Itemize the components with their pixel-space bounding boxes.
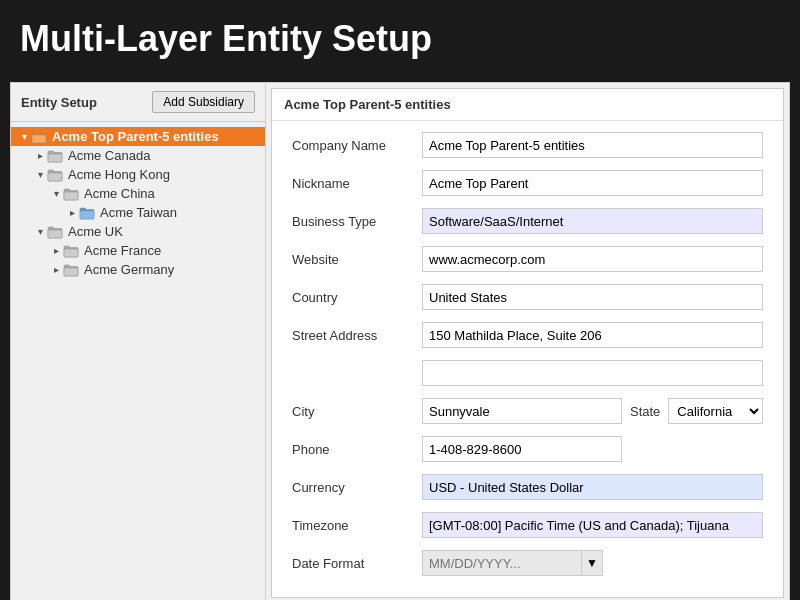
sidebar: Entity Setup Add Subsidiary ▾ Acme Top P… — [11, 83, 266, 600]
tree-item-acme-france[interactable]: ▸ Acme France — [11, 241, 265, 260]
tree-expand-icon[interactable]: ▸ — [49, 264, 63, 275]
nickname-row: Nickname — [292, 169, 763, 197]
currency-label: Currency — [292, 480, 422, 495]
city-state-group: State California — [422, 398, 763, 424]
folder-icon — [31, 130, 49, 144]
tree-label: Acme France — [84, 243, 161, 258]
country-label: Country — [292, 290, 422, 305]
tree-expand-icon[interactable]: ▸ — [49, 245, 63, 256]
tree-item-acme-uk[interactable]: ▾ Acme UK — [11, 222, 265, 241]
tree-expand-icon[interactable]: ▸ — [65, 207, 79, 218]
form-body: Company Name Nickname Business Type Webs… — [272, 121, 783, 597]
main-container: Entity Setup Add Subsidiary ▾ Acme Top P… — [10, 82, 790, 600]
sidebar-section-label: Entity Setup — [21, 95, 97, 110]
street-address-label: Street Address — [292, 328, 422, 343]
tree-expand-icon[interactable]: ▾ — [17, 131, 31, 142]
business-type-label: Business Type — [292, 214, 422, 229]
date-format-row: Date Format ▼ — [292, 549, 763, 577]
phone-input[interactable] — [422, 436, 622, 462]
tree-label: Acme Top Parent-5 entities — [52, 129, 219, 144]
state-label: State — [622, 404, 668, 419]
timezone-label: Timezone — [292, 518, 422, 533]
tree-label: Acme Canada — [68, 148, 150, 163]
state-select[interactable]: California — [668, 398, 763, 424]
street-address-input2[interactable] — [422, 360, 763, 386]
tree-item-acme-hong-kong[interactable]: ▾ Acme Hong Kong — [11, 165, 265, 184]
folder-icon — [63, 187, 81, 201]
sidebar-header: Entity Setup Add Subsidiary — [11, 83, 265, 122]
tree-expand-icon[interactable]: ▾ — [33, 169, 47, 180]
tree-label: Acme China — [84, 186, 155, 201]
tree-label: Acme Germany — [84, 262, 174, 277]
website-row: Website — [292, 245, 763, 273]
website-label: Website — [292, 252, 422, 267]
country-row: Country — [292, 283, 763, 311]
company-name-row: Company Name — [292, 131, 763, 159]
phone-label: Phone — [292, 442, 422, 457]
date-format-label: Date Format — [292, 556, 422, 571]
tree-item-acme-germany[interactable]: ▸ Acme Germany — [11, 260, 265, 279]
street-address-row2 — [292, 359, 763, 387]
website-input[interactable] — [422, 246, 763, 272]
company-name-input[interactable] — [422, 132, 763, 158]
entity-tree: ▾ Acme Top Parent-5 entities▸ Acme Canad… — [11, 122, 265, 284]
folder-icon — [63, 263, 81, 277]
tree-expand-icon[interactable]: ▸ — [33, 150, 47, 161]
phone-row: Phone — [292, 435, 763, 463]
page-title: Multi-Layer Entity Setup — [20, 18, 780, 60]
page-header: Multi-Layer Entity Setup — [0, 0, 800, 82]
tree-item-acme-china[interactable]: ▾ Acme China — [11, 184, 265, 203]
company-name-label: Company Name — [292, 138, 422, 153]
currency-row: Currency — [292, 473, 763, 501]
tree-item-acme-canada[interactable]: ▸ Acme Canada — [11, 146, 265, 165]
business-type-input[interactable] — [422, 208, 763, 234]
tree-item-acme-taiwan[interactable]: ▸ Acme Taiwan — [11, 203, 265, 222]
country-input[interactable] — [422, 284, 763, 310]
tree-label: Acme UK — [68, 224, 123, 239]
currency-input[interactable] — [422, 474, 763, 500]
form-panel: Acme Top Parent-5 entities Company Name … — [271, 88, 784, 598]
form-panel-title: Acme Top Parent-5 entities — [272, 89, 783, 121]
city-input[interactable] — [422, 398, 622, 424]
date-format-dropdown-btn[interactable]: ▼ — [582, 550, 603, 576]
tree-item-acme-top[interactable]: ▾ Acme Top Parent-5 entities — [11, 127, 265, 146]
timezone-row: Timezone — [292, 511, 763, 539]
business-type-row: Business Type — [292, 207, 763, 235]
tree-expand-icon[interactable]: ▾ — [33, 226, 47, 237]
folder-icon — [47, 149, 65, 163]
folder-icon — [47, 225, 65, 239]
date-format-group: ▼ — [422, 550, 603, 576]
street-address-row1: Street Address — [292, 321, 763, 349]
tree-expand-icon[interactable]: ▾ — [49, 188, 63, 199]
city-state-row: City State California — [292, 397, 763, 425]
nickname-label: Nickname — [292, 176, 422, 191]
folder-icon — [79, 206, 97, 220]
timezone-input[interactable] — [422, 512, 763, 538]
folder-icon — [47, 168, 65, 182]
city-label: City — [292, 404, 422, 419]
nickname-input[interactable] — [422, 170, 763, 196]
folder-icon — [63, 244, 81, 258]
add-subsidiary-button[interactable]: Add Subsidiary — [152, 91, 255, 113]
date-format-input[interactable] — [422, 550, 582, 576]
tree-label: Acme Hong Kong — [68, 167, 170, 182]
street-address-input1[interactable] — [422, 322, 763, 348]
tree-label: Acme Taiwan — [100, 205, 177, 220]
